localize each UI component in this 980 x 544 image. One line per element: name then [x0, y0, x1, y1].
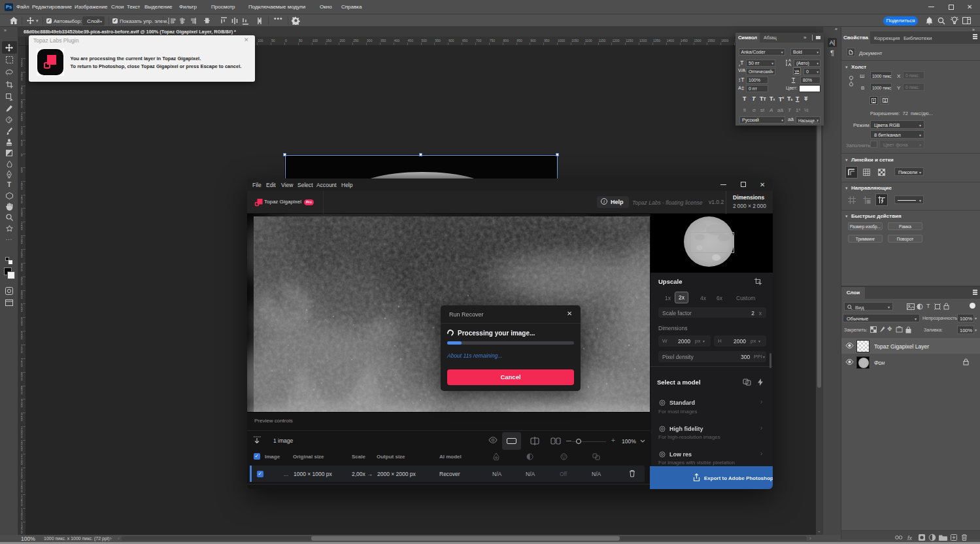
svg-text:fx: fx	[907, 535, 913, 541]
